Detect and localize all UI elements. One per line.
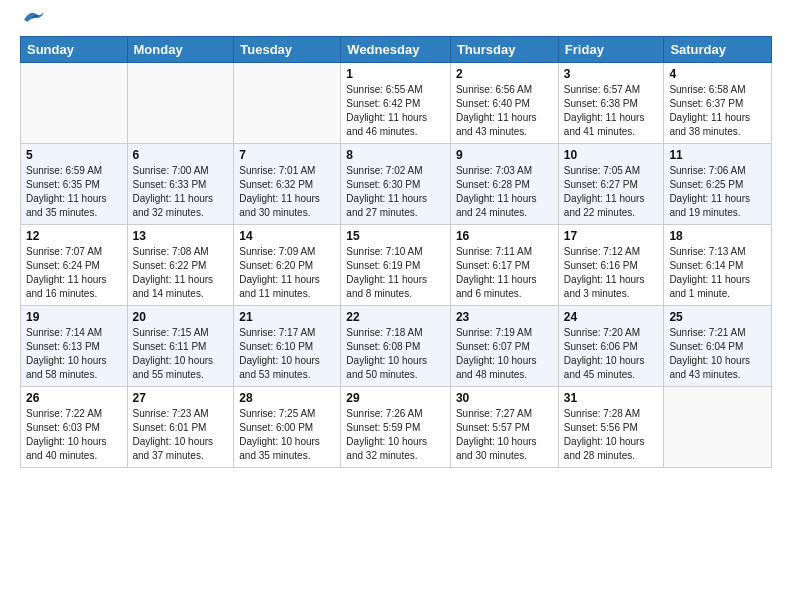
- day-info: Sunrise: 7:02 AM Sunset: 6:30 PM Dayligh…: [346, 164, 445, 220]
- calendar-cell: 31Sunrise: 7:28 AM Sunset: 5:56 PM Dayli…: [558, 387, 664, 468]
- calendar-cell: 23Sunrise: 7:19 AM Sunset: 6:07 PM Dayli…: [450, 306, 558, 387]
- day-number: 24: [564, 310, 659, 324]
- day-info: Sunrise: 7:06 AM Sunset: 6:25 PM Dayligh…: [669, 164, 766, 220]
- day-number: 11: [669, 148, 766, 162]
- day-number: 12: [26, 229, 122, 243]
- day-number: 10: [564, 148, 659, 162]
- calendar-cell: 11Sunrise: 7:06 AM Sunset: 6:25 PM Dayli…: [664, 144, 772, 225]
- day-number: 22: [346, 310, 445, 324]
- header: [20, 16, 772, 24]
- calendar-cell: 13Sunrise: 7:08 AM Sunset: 6:22 PM Dayli…: [127, 225, 234, 306]
- day-info: Sunrise: 7:13 AM Sunset: 6:14 PM Dayligh…: [669, 245, 766, 301]
- day-number: 6: [133, 148, 229, 162]
- day-info: Sunrise: 7:01 AM Sunset: 6:32 PM Dayligh…: [239, 164, 335, 220]
- day-number: 1: [346, 67, 445, 81]
- day-info: Sunrise: 7:27 AM Sunset: 5:57 PM Dayligh…: [456, 407, 553, 463]
- day-info: Sunrise: 7:17 AM Sunset: 6:10 PM Dayligh…: [239, 326, 335, 382]
- calendar-cell: 3Sunrise: 6:57 AM Sunset: 6:38 PM Daylig…: [558, 63, 664, 144]
- calendar-cell: 27Sunrise: 7:23 AM Sunset: 6:01 PM Dayli…: [127, 387, 234, 468]
- calendar-cell: [234, 63, 341, 144]
- day-info: Sunrise: 7:00 AM Sunset: 6:33 PM Dayligh…: [133, 164, 229, 220]
- calendar-cell: [127, 63, 234, 144]
- calendar-cell: 16Sunrise: 7:11 AM Sunset: 6:17 PM Dayli…: [450, 225, 558, 306]
- calendar-cell: 30Sunrise: 7:27 AM Sunset: 5:57 PM Dayli…: [450, 387, 558, 468]
- day-number: 2: [456, 67, 553, 81]
- day-number: 7: [239, 148, 335, 162]
- calendar-cell: 25Sunrise: 7:21 AM Sunset: 6:04 PM Dayli…: [664, 306, 772, 387]
- day-info: Sunrise: 7:11 AM Sunset: 6:17 PM Dayligh…: [456, 245, 553, 301]
- calendar-cell: 7Sunrise: 7:01 AM Sunset: 6:32 PM Daylig…: [234, 144, 341, 225]
- calendar-week-row: 1Sunrise: 6:55 AM Sunset: 6:42 PM Daylig…: [21, 63, 772, 144]
- day-info: Sunrise: 6:59 AM Sunset: 6:35 PM Dayligh…: [26, 164, 122, 220]
- day-number: 29: [346, 391, 445, 405]
- day-info: Sunrise: 7:26 AM Sunset: 5:59 PM Dayligh…: [346, 407, 445, 463]
- day-info: Sunrise: 7:22 AM Sunset: 6:03 PM Dayligh…: [26, 407, 122, 463]
- day-number: 9: [456, 148, 553, 162]
- calendar-cell: 5Sunrise: 6:59 AM Sunset: 6:35 PM Daylig…: [21, 144, 128, 225]
- weekday-header-thursday: Thursday: [450, 37, 558, 63]
- day-number: 8: [346, 148, 445, 162]
- calendar-cell: 20Sunrise: 7:15 AM Sunset: 6:11 PM Dayli…: [127, 306, 234, 387]
- day-number: 28: [239, 391, 335, 405]
- calendar-cell: 24Sunrise: 7:20 AM Sunset: 6:06 PM Dayli…: [558, 306, 664, 387]
- calendar-table: SundayMondayTuesdayWednesdayThursdayFrid…: [20, 36, 772, 468]
- calendar-cell: 19Sunrise: 7:14 AM Sunset: 6:13 PM Dayli…: [21, 306, 128, 387]
- calendar-cell: 12Sunrise: 7:07 AM Sunset: 6:24 PM Dayli…: [21, 225, 128, 306]
- weekday-header-friday: Friday: [558, 37, 664, 63]
- day-info: Sunrise: 7:28 AM Sunset: 5:56 PM Dayligh…: [564, 407, 659, 463]
- calendar-cell: 9Sunrise: 7:03 AM Sunset: 6:28 PM Daylig…: [450, 144, 558, 225]
- day-info: Sunrise: 7:05 AM Sunset: 6:27 PM Dayligh…: [564, 164, 659, 220]
- calendar-cell: 26Sunrise: 7:22 AM Sunset: 6:03 PM Dayli…: [21, 387, 128, 468]
- logo: [20, 16, 44, 24]
- calendar-cell: 29Sunrise: 7:26 AM Sunset: 5:59 PM Dayli…: [341, 387, 451, 468]
- calendar-cell: 22Sunrise: 7:18 AM Sunset: 6:08 PM Dayli…: [341, 306, 451, 387]
- day-number: 21: [239, 310, 335, 324]
- day-number: 5: [26, 148, 122, 162]
- day-number: 23: [456, 310, 553, 324]
- calendar-week-row: 19Sunrise: 7:14 AM Sunset: 6:13 PM Dayli…: [21, 306, 772, 387]
- day-info: Sunrise: 7:03 AM Sunset: 6:28 PM Dayligh…: [456, 164, 553, 220]
- day-info: Sunrise: 6:55 AM Sunset: 6:42 PM Dayligh…: [346, 83, 445, 139]
- day-info: Sunrise: 7:15 AM Sunset: 6:11 PM Dayligh…: [133, 326, 229, 382]
- day-number: 13: [133, 229, 229, 243]
- calendar-cell: [21, 63, 128, 144]
- day-info: Sunrise: 7:10 AM Sunset: 6:19 PM Dayligh…: [346, 245, 445, 301]
- day-number: 20: [133, 310, 229, 324]
- calendar-cell: 15Sunrise: 7:10 AM Sunset: 6:19 PM Dayli…: [341, 225, 451, 306]
- day-number: 4: [669, 67, 766, 81]
- day-info: Sunrise: 7:09 AM Sunset: 6:20 PM Dayligh…: [239, 245, 335, 301]
- day-info: Sunrise: 7:20 AM Sunset: 6:06 PM Dayligh…: [564, 326, 659, 382]
- calendar-week-row: 12Sunrise: 7:07 AM Sunset: 6:24 PM Dayli…: [21, 225, 772, 306]
- day-number: 17: [564, 229, 659, 243]
- day-info: Sunrise: 7:21 AM Sunset: 6:04 PM Dayligh…: [669, 326, 766, 382]
- calendar-cell: 1Sunrise: 6:55 AM Sunset: 6:42 PM Daylig…: [341, 63, 451, 144]
- weekday-header-sunday: Sunday: [21, 37, 128, 63]
- day-number: 27: [133, 391, 229, 405]
- day-number: 30: [456, 391, 553, 405]
- calendar-cell: 28Sunrise: 7:25 AM Sunset: 6:00 PM Dayli…: [234, 387, 341, 468]
- day-info: Sunrise: 7:14 AM Sunset: 6:13 PM Dayligh…: [26, 326, 122, 382]
- weekday-header-monday: Monday: [127, 37, 234, 63]
- calendar-cell: 6Sunrise: 7:00 AM Sunset: 6:33 PM Daylig…: [127, 144, 234, 225]
- day-number: 14: [239, 229, 335, 243]
- day-info: Sunrise: 7:23 AM Sunset: 6:01 PM Dayligh…: [133, 407, 229, 463]
- day-info: Sunrise: 6:56 AM Sunset: 6:40 PM Dayligh…: [456, 83, 553, 139]
- day-info: Sunrise: 7:08 AM Sunset: 6:22 PM Dayligh…: [133, 245, 229, 301]
- day-number: 25: [669, 310, 766, 324]
- day-info: Sunrise: 7:25 AM Sunset: 6:00 PM Dayligh…: [239, 407, 335, 463]
- day-number: 19: [26, 310, 122, 324]
- weekday-header-tuesday: Tuesday: [234, 37, 341, 63]
- calendar-cell: 14Sunrise: 7:09 AM Sunset: 6:20 PM Dayli…: [234, 225, 341, 306]
- calendar-cell: 2Sunrise: 6:56 AM Sunset: 6:40 PM Daylig…: [450, 63, 558, 144]
- day-info: Sunrise: 6:57 AM Sunset: 6:38 PM Dayligh…: [564, 83, 659, 139]
- calendar-cell: 10Sunrise: 7:05 AM Sunset: 6:27 PM Dayli…: [558, 144, 664, 225]
- day-info: Sunrise: 7:18 AM Sunset: 6:08 PM Dayligh…: [346, 326, 445, 382]
- page-container: SundayMondayTuesdayWednesdayThursdayFrid…: [0, 0, 792, 484]
- day-number: 31: [564, 391, 659, 405]
- weekday-header-wednesday: Wednesday: [341, 37, 451, 63]
- calendar-week-row: 5Sunrise: 6:59 AM Sunset: 6:35 PM Daylig…: [21, 144, 772, 225]
- calendar-week-row: 26Sunrise: 7:22 AM Sunset: 6:03 PM Dayli…: [21, 387, 772, 468]
- day-number: 26: [26, 391, 122, 405]
- day-info: Sunrise: 7:07 AM Sunset: 6:24 PM Dayligh…: [26, 245, 122, 301]
- day-info: Sunrise: 6:58 AM Sunset: 6:37 PM Dayligh…: [669, 83, 766, 139]
